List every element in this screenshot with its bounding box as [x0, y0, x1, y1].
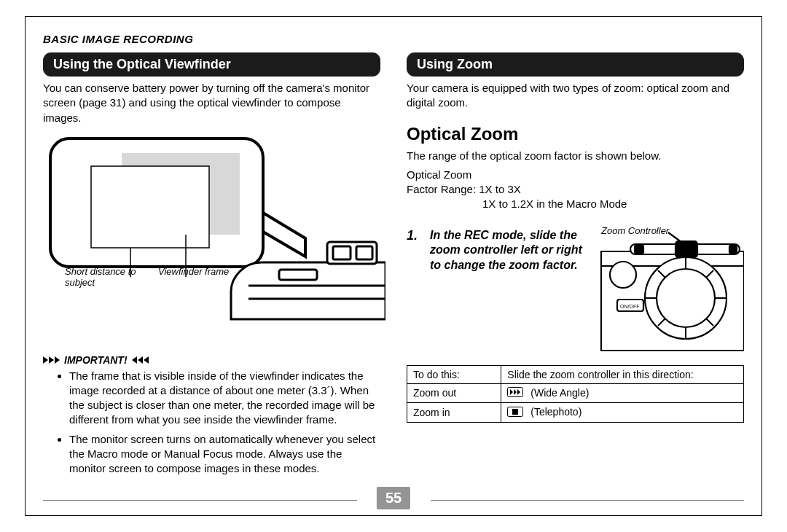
- svg-point-25: [610, 262, 636, 288]
- heading-using-zoom: Using Zoom: [407, 52, 744, 77]
- zoom-controller-figure: Zoom Controller: [598, 228, 744, 352]
- td-telephoto: (Telephoto): [501, 403, 744, 423]
- viewfinder-labels: Short distance to subject Viewfinder fra…: [65, 267, 380, 289]
- table-header-row: To do this: Slide the zoom controller in…: [407, 365, 744, 383]
- table-row: Zoom out (Wide Angle): [407, 383, 744, 403]
- svg-rect-6: [333, 246, 351, 259]
- important-heading: IMPORTANT!: [43, 354, 380, 366]
- table-row: Zoom in (Telephoto): [407, 403, 744, 423]
- viewfinder-figure: [43, 133, 380, 322]
- th-action: To do this:: [407, 365, 501, 383]
- svg-rect-34: [512, 409, 518, 415]
- svg-rect-26: [635, 246, 643, 253]
- important-item: The frame that is visible inside of the …: [69, 369, 380, 428]
- wide-angle-text: (Wide Angle): [530, 387, 589, 399]
- manual-page: BASIC IMAGE RECORDING Using the Optical …: [0, 0, 787, 532]
- right-column: Using Zoom Your camera is equipped with …: [407, 52, 744, 480]
- chevrons-right-icon: [43, 356, 60, 364]
- step-number: 1.: [407, 228, 423, 352]
- left-column: Using the Optical Viewfinder You can con…: [43, 52, 380, 480]
- spec-l2: Factor Range: 1X to 3X: [407, 182, 744, 197]
- footer-rule-left: [43, 500, 357, 501]
- range-intro: The range of the optical zoom factor is …: [407, 149, 744, 163]
- label-short-distance: Short distance to subject: [65, 267, 145, 289]
- two-column-layout: Using the Optical Viewfinder You can con…: [43, 52, 744, 480]
- important-list: The frame that is visible inside of the …: [69, 369, 380, 477]
- svg-rect-2: [91, 166, 209, 248]
- telephoto-text: (Telephoto): [530, 406, 582, 418]
- chevrons-left-icon: [132, 356, 149, 364]
- viewfinder-paragraph: You can conserve battery power by turnin…: [43, 81, 380, 125]
- viewfinder-illustration: [43, 133, 385, 322]
- footer-rule-right: [431, 500, 745, 501]
- zoom-controller-illustration: ON/OFF: [598, 228, 744, 352]
- page-number: 55: [377, 487, 410, 509]
- step-1: 1. In the REC mode, slide the zoom contr…: [407, 228, 744, 352]
- zoom-paragraph: Your camera is equipped with two types o…: [407, 81, 744, 111]
- svg-rect-7: [356, 246, 372, 259]
- important-label: IMPORTANT!: [64, 354, 128, 366]
- spec-l3: 1X to 1.2X in the Macro Mode: [407, 197, 744, 211]
- svg-rect-23: [676, 241, 697, 257]
- wide-angle-icon: [507, 387, 523, 399]
- td-zoom-in: Zoom in: [407, 403, 501, 423]
- svg-rect-27: [729, 246, 737, 253]
- important-item: The monitor screen turns on automaticall…: [69, 432, 380, 477]
- onoff-label: ON/OFF: [620, 304, 639, 309]
- zoom-direction-table: To do this: Slide the zoom controller in…: [407, 365, 744, 423]
- subheading-optical-zoom: Optical Zoom: [407, 124, 744, 144]
- telephoto-icon: [507, 407, 523, 419]
- spec-l1: Optical Zoom: [407, 168, 744, 182]
- td-zoom-out: Zoom out: [407, 383, 501, 403]
- heading-optical-viewfinder: Using the Optical Viewfinder: [43, 52, 380, 77]
- label-viewfinder-frame: Viewfinder frame: [158, 267, 229, 289]
- td-wide-angle: (Wide Angle): [501, 383, 744, 403]
- step-text: In the REC mode, slide the zoom controll…: [430, 228, 591, 352]
- zoom-controller-caption: Zoom Controller: [601, 225, 669, 236]
- section-header: BASIC IMAGE RECORDING: [43, 33, 744, 45]
- page-frame: BASIC IMAGE RECORDING Using the Optical …: [25, 16, 762, 516]
- th-direction: Slide the zoom controller in this direct…: [501, 365, 744, 383]
- zoom-spec: Optical Zoom Factor Range: 1X to 3X 1X t…: [407, 168, 744, 212]
